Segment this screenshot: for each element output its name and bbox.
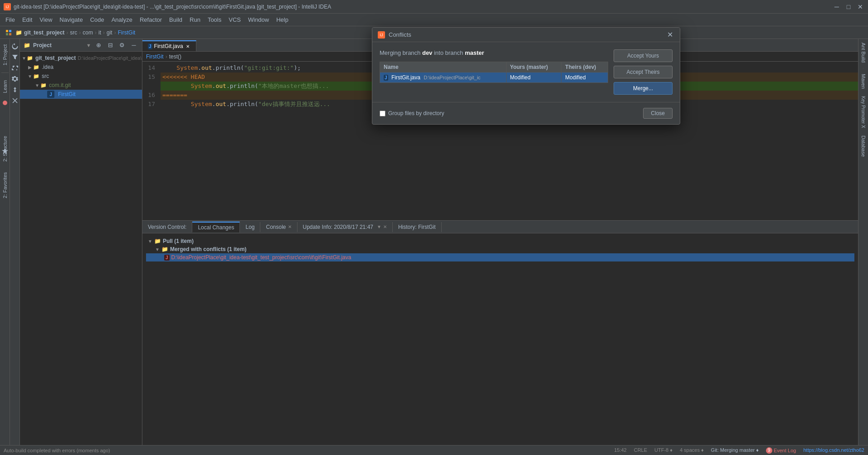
svg-rect-1 (9, 30, 11, 32)
conflict-java-icon: J (384, 75, 388, 81)
tree-src[interactable]: ▼ 📁 src (20, 72, 142, 81)
dialog-title-bar: IJ Conflicts ✕ (372, 28, 680, 42)
menu-view[interactable]: View (36, 15, 56, 25)
breadcrumb-sep4: › (103, 29, 105, 36)
menu-bar: File Edit View Navigate Code Analyze Ref… (0, 14, 868, 26)
bottom-tab-local-changes[interactable]: Local Changes (192, 222, 240, 232)
menu-help[interactable]: Help (273, 15, 292, 25)
status-link[interactable]: https://blog.csdn.net/ztho62 (803, 447, 864, 454)
breadcrumb-com[interactable]: com (83, 29, 93, 36)
conflict-file-path: D:\ideaProjectPlace\git_idea-test\git_te… (171, 254, 351, 261)
update-info-close-icon[interactable]: ✕ (383, 224, 387, 229)
tree-minimize-btn[interactable]: ─ (129, 41, 138, 50)
dialog-close-bottom-button[interactable]: Close (643, 108, 673, 119)
breadcrumb-src[interactable]: src (70, 29, 77, 36)
title-bar: IJ git-idea-test [D:\ideaProjectPlace\gi… (0, 0, 868, 14)
menu-code[interactable]: Code (87, 15, 108, 25)
breadcrumb-project-label[interactable]: git_test_project (24, 29, 64, 36)
status-position[interactable]: 15:42 (614, 447, 627, 454)
menu-tools[interactable]: Tools (204, 15, 225, 25)
bottom-tab-history[interactable]: History: FirstGit (393, 222, 442, 232)
toolbar-merge-icon[interactable] (11, 86, 19, 93)
status-charset[interactable]: UTF-8 ♦ (654, 447, 673, 454)
dialog-close-button[interactable]: ✕ (665, 30, 674, 39)
editor-tab-firstgit[interactable]: J FirstGit.java ✕ (142, 40, 196, 51)
menu-window[interactable]: Window (244, 15, 273, 25)
menu-vcs[interactable]: VCS (225, 15, 244, 25)
svg-rect-0 (6, 30, 8, 32)
menu-build[interactable]: Build (166, 15, 186, 25)
tab-close-icon[interactable]: ✕ (185, 44, 190, 49)
tree-settings-btn[interactable]: ⚙ (117, 41, 127, 50)
tree-idea[interactable]: ▶ 📁 .idea (20, 63, 142, 72)
sidebar-tab-key-promoter[interactable]: Key Promoter X (859, 92, 867, 132)
console-close-icon[interactable]: ✕ (288, 224, 292, 229)
breadcrumb-git[interactable]: git (107, 29, 112, 36)
pull-folder-icon: 📁 (154, 238, 161, 244)
group-by-dir-label: Group files by directory (388, 110, 444, 116)
sidebar-tab-learn[interactable]: Learn (1, 77, 9, 97)
menu-run[interactable]: Run (186, 15, 204, 25)
col-name-header: Name (380, 62, 507, 73)
sidebar-tab-project[interactable]: 1: Project (1, 41, 9, 69)
update-info-dropdown[interactable]: ▼ (377, 224, 381, 229)
comitgit-arrow-icon: ▼ (34, 83, 40, 88)
breadcrumb-sep2: › (79, 29, 81, 36)
breadcrumb-file[interactable]: FirstGit (118, 29, 136, 36)
group-by-dir-checkbox-label[interactable]: Group files by directory (380, 110, 444, 116)
toolbar-close-icon[interactable] (11, 97, 19, 104)
toolbar-sync-icon[interactable] (11, 43, 19, 50)
nav-home-icon[interactable] (4, 28, 14, 38)
accept-theirs-button[interactable]: Accept Theirs (614, 66, 673, 78)
minimize-button[interactable]: ─ (833, 3, 841, 11)
local-changes-label: Local Changes (198, 224, 234, 231)
menu-edit[interactable]: Edit (19, 15, 36, 25)
dialog-body: Merging branch dev into branch master Na… (372, 42, 680, 102)
status-encoding[interactable]: CRLE (634, 447, 647, 454)
idea-label: .idea (42, 64, 54, 70)
menu-refactor[interactable]: Refactor (136, 15, 166, 25)
menu-file[interactable]: File (2, 15, 19, 25)
firstgit-java-icon: J (47, 91, 54, 98)
status-event-log[interactable]: 9 Event Log (766, 447, 796, 454)
firstgit-label: FirstGit (58, 91, 76, 97)
conflict-file-row[interactable]: J D:\ideaProjectPlace\git_idea-test\git_… (146, 253, 854, 261)
bc-method[interactable]: test() (169, 53, 181, 60)
tree-com-it-git[interactable]: ▼ 📁 com.it.git (20, 81, 142, 90)
sidebar-tab-maven[interactable]: Maven (859, 70, 868, 92)
conflict-row-0[interactable]: J FirstGit.java D:\ideaProjectPlace\git_… (380, 73, 608, 83)
status-branch[interactable]: Git: Merging master ♦ (711, 447, 759, 454)
status-indent[interactable]: 4 spaces ♦ (680, 447, 704, 454)
menu-navigate[interactable]: Navigate (56, 15, 86, 25)
tree-locate-btn[interactable]: ⊕ (94, 41, 103, 50)
toolbar-expand-icon[interactable] (11, 64, 19, 72)
toolbar-settings-icon[interactable] (11, 75, 19, 82)
vc-label: Version Control: (148, 224, 186, 230)
sidebar-tab-favorites[interactable]: 2: Favorites (1, 169, 9, 202)
tree-firstgit[interactable]: J FirstGit (20, 90, 142, 99)
bottom-tab-update-info[interactable]: Update Info: 2020/8/17 21:47 ▼ ✕ (297, 222, 393, 232)
bc-firstgit[interactable]: FirstGit (146, 53, 164, 60)
bottom-tab-console[interactable]: Console ✕ (260, 222, 297, 232)
group-by-dir-checkbox[interactable] (380, 111, 385, 116)
tree-collapse-btn[interactable]: ⊟ (106, 41, 115, 50)
accept-yours-button[interactable]: Accept Yours (614, 49, 673, 62)
restore-button[interactable]: □ (844, 3, 853, 11)
pull-item-row[interactable]: ▼ 📁 Pull (1 item) (146, 237, 854, 245)
close-window-button[interactable]: ✕ (856, 3, 864, 11)
menu-analyze[interactable]: Analyze (108, 15, 136, 25)
bottom-tab-log[interactable]: Log (240, 222, 260, 232)
merged-item-row[interactable]: ▼ 📁 Merged with conflicts (1 item) (146, 245, 854, 253)
merge-button[interactable]: Merge... (614, 82, 673, 95)
status-message: Auto-build completed with errors (moment… (4, 448, 110, 453)
sidebar-tab-database[interactable]: Database (859, 132, 868, 160)
conflict-theirs-cell: Modified (561, 73, 608, 83)
breadcrumb-sep1: › (66, 29, 68, 36)
toolbar-filter-icon[interactable] (11, 53, 19, 61)
idea-folder-icon: 📁 (33, 63, 40, 71)
conflict-yours-cell: Modified (506, 73, 561, 83)
tree-root[interactable]: ▼ 📁 git_test_project D:\ideaProjectPlace… (20, 53, 142, 63)
breadcrumb-it[interactable]: it (98, 29, 101, 36)
sidebar-tab-ant-build[interactable]: Ant Build (859, 39, 868, 66)
breadcrumb-project[interactable]: 📁 (15, 29, 22, 36)
